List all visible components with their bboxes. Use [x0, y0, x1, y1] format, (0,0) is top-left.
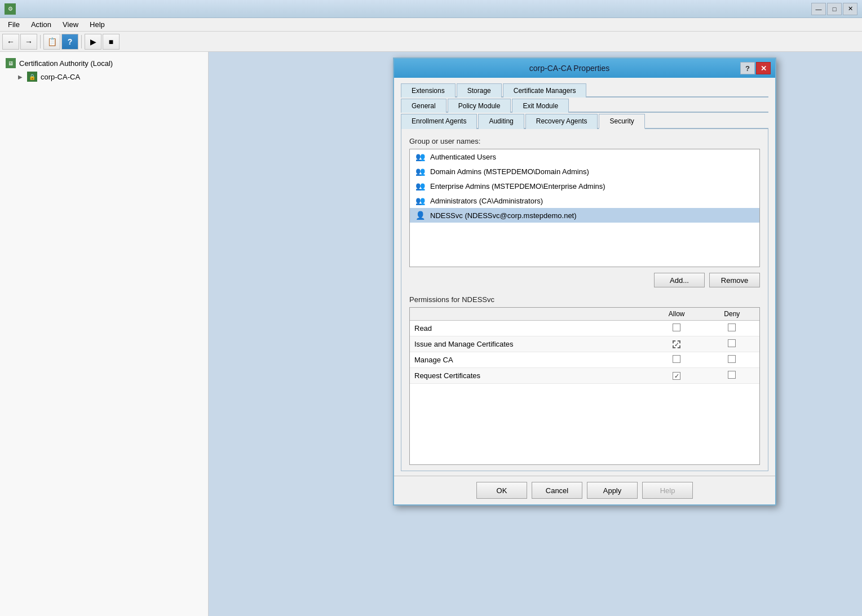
dialog-close-button[interactable]: ✕: [756, 62, 771, 74]
sidebar-item-ca[interactable]: ▶ 🔒 corp-CA-CA: [2, 70, 206, 83]
user-item-authenticated[interactable]: 👥 Authenticated Users: [410, 149, 759, 164]
tab-extensions[interactable]: Extensions: [401, 83, 456, 98]
dialog-title: corp-CA-CA Properties: [399, 64, 740, 73]
checkbox-read-allow[interactable]: [673, 323, 680, 331]
dialog-titlebar-controls: ? ✕: [740, 62, 771, 74]
checkbox-issue-deny[interactable]: [728, 339, 736, 347]
main-window: ⚙ — □ ✕ File Action View Help ← → 📋 ? ▶ …: [0, 0, 862, 616]
menu-bar: File Action View Help: [0, 18, 862, 32]
user-item-domain-admins[interactable]: 👥 Domain Admins (MSTEPDEMO\Domain Admins…: [410, 164, 759, 179]
tab-recovery-agents[interactable]: Recovery Agents: [525, 114, 598, 129]
perm-manage-ca-deny[interactable]: [705, 352, 759, 368]
checkbox-issue-allow[interactable]: [673, 340, 680, 348]
perm-name-manage-ca: Manage CA: [410, 352, 649, 368]
user-item-ndessvc[interactable]: 👤 NDESSvc (NDESSvc@corp.mstepdemo.net): [410, 208, 759, 223]
menu-file[interactable]: File: [2, 19, 25, 30]
perm-col-deny: Deny: [705, 308, 759, 321]
run-button[interactable]: ▶: [85, 34, 101, 50]
checkbox-read-deny[interactable]: [728, 323, 736, 331]
dialog-body: Extensions Storage Certificate Managers …: [394, 78, 775, 476]
user-name-administrators: Administrators (CA\Administrators): [430, 197, 543, 205]
tab-security[interactable]: Security: [599, 114, 644, 129]
close-button[interactable]: ✕: [843, 3, 857, 15]
expand-icon: ▶: [18, 74, 23, 80]
titlebar-controls: — □ ✕: [811, 3, 857, 15]
user-name-domain-admins: Domain Admins (MSTEPDEMO\Domain Admins): [430, 167, 589, 176]
tabs-row-2: General Policy Module Exit Module: [401, 98, 768, 113]
permissions-table-container: Allow Deny Read: [409, 307, 760, 465]
checkbox-request-allow[interactable]: [673, 372, 680, 380]
remove-button[interactable]: Remove: [709, 273, 760, 287]
user-action-buttons: Add... Remove: [409, 273, 760, 287]
root-icon: 🖥: [6, 58, 16, 68]
menu-view[interactable]: View: [57, 19, 84, 30]
perm-read-allow[interactable]: [649, 321, 705, 336]
back-button[interactable]: ←: [2, 34, 19, 50]
help-footer-button: Help: [642, 482, 693, 499]
user-icon-administrators: 👥: [414, 195, 426, 206]
tab-auditing[interactable]: Auditing: [478, 114, 524, 129]
checkbox-request-deny[interactable]: [728, 371, 736, 379]
tab-storage[interactable]: Storage: [457, 83, 502, 98]
user-icon-ndessvc: 👤: [414, 210, 426, 221]
cancel-button[interactable]: Cancel: [532, 482, 582, 499]
tabs-row-1: Extensions Storage Certificate Managers: [401, 82, 768, 98]
perm-issue-deny[interactable]: [705, 336, 759, 352]
dialog-titlebar: corp-CA-CA Properties ? ✕: [394, 59, 775, 78]
dialog-help-button[interactable]: ?: [740, 62, 755, 74]
user-name-authenticated: Authenticated Users: [430, 153, 496, 161]
security-tab-panel: Group or user names: 👥 Authenticated Use…: [401, 129, 768, 471]
group-users-label: Group or user names:: [409, 137, 760, 145]
add-button[interactable]: Add...: [654, 273, 705, 287]
toolbar-separator2: [81, 35, 82, 48]
tab-policy-module[interactable]: Policy Module: [448, 99, 511, 113]
stop-button[interactable]: ■: [103, 34, 120, 50]
perm-name-issue: Issue and Manage Certificates: [410, 336, 649, 352]
copy-button[interactable]: 📋: [43, 34, 60, 50]
user-item-administrators[interactable]: 👥 Administrators (CA\Administrators): [410, 193, 759, 208]
perm-col-allow: Allow: [649, 308, 705, 321]
permissions-table: Allow Deny Read: [410, 308, 759, 384]
perm-row-request: Request Certificates: [410, 368, 759, 384]
user-name-enterprise-admins: Enterprise Admins (MSTEPDEMO\Enterprise …: [430, 182, 605, 190]
perm-row-manage-ca: Manage CA: [410, 352, 759, 368]
perm-row-read: Read: [410, 321, 759, 336]
tab-general[interactable]: General: [401, 99, 447, 113]
user-icon-enterprise-admins: 👥: [414, 180, 426, 192]
sidebar-ca-label: corp-CA-CA: [41, 73, 80, 81]
tab-enrollment-agents[interactable]: Enrollment Agents: [401, 114, 477, 129]
perm-request-deny[interactable]: [705, 368, 759, 384]
checkbox-manage-ca-allow[interactable]: [673, 355, 680, 363]
sidebar-item-root[interactable]: 🖥 Certification Authority (Local): [2, 56, 206, 70]
checkbox-manage-ca-deny[interactable]: [728, 355, 736, 363]
main-titlebar: ⚙ — □ ✕: [0, 0, 862, 18]
tab-certificate-managers[interactable]: Certificate Managers: [503, 83, 587, 98]
tab-exit-module[interactable]: Exit Module: [512, 99, 569, 113]
main-right: corp-CA-CA Properties ? ✕ Extensions Sto…: [209, 52, 862, 616]
menu-help[interactable]: Help: [84, 19, 110, 30]
users-list[interactable]: 👥 Authenticated Users 👥 Domain Admins (M…: [409, 149, 760, 267]
forward-button[interactable]: →: [20, 34, 37, 50]
dialog-overlay: corp-CA-CA Properties ? ✕ Extensions Sto…: [206, 52, 862, 616]
perm-row-issue: Issue and Manage Certificates: [410, 336, 759, 352]
toolbar-separator: [40, 35, 41, 48]
perm-manage-ca-allow[interactable]: [649, 352, 705, 368]
user-icon-authenticated: 👥: [414, 151, 426, 162]
ca-icon: 🔒: [27, 72, 37, 82]
apply-button[interactable]: Apply: [587, 482, 638, 499]
maximize-button[interactable]: □: [827, 3, 842, 15]
content-area: 🖥 Certification Authority (Local) ▶ 🔒 co…: [0, 52, 862, 616]
help-button[interactable]: ?: [61, 34, 78, 50]
user-item-enterprise-admins[interactable]: 👥 Enterprise Admins (MSTEPDEMO\Enterpris…: [410, 179, 759, 193]
user-name-ndessvc: NDESSvc (NDESSvc@corp.mstepdemo.net): [430, 211, 577, 220]
perm-read-deny[interactable]: [705, 321, 759, 336]
menu-action[interactable]: Action: [25, 19, 57, 30]
properties-dialog: corp-CA-CA Properties ? ✕ Extensions Sto…: [393, 57, 776, 506]
perm-request-allow[interactable]: [649, 368, 705, 384]
ok-button[interactable]: OK: [476, 482, 527, 499]
minimize-button[interactable]: —: [811, 3, 826, 15]
sidebar-root-label: Certification Authority (Local): [19, 59, 113, 68]
toolbar: ← → 📋 ? ▶ ■: [0, 32, 862, 52]
tabs-row-3: Enrollment Agents Auditing Recovery Agen…: [401, 113, 768, 129]
perm-issue-allow[interactable]: [649, 336, 705, 352]
